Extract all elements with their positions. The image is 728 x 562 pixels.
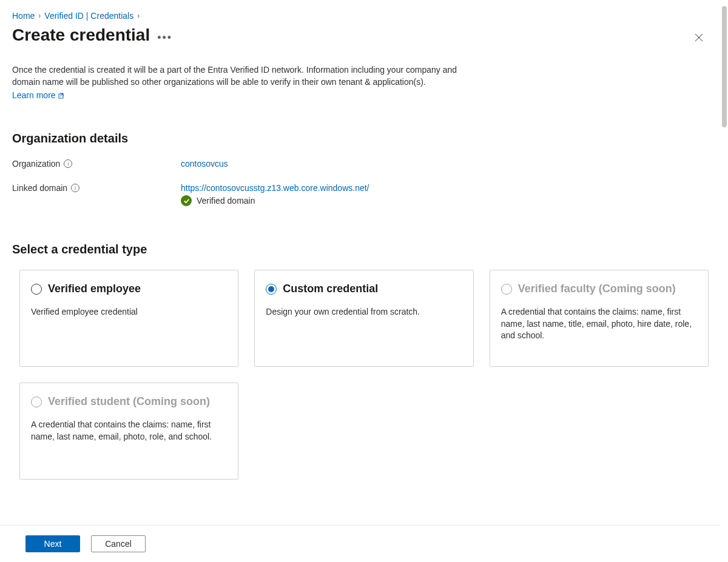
- credential-cards: Verified employee Verified employee cred…: [19, 270, 709, 480]
- external-link-icon: [58, 92, 66, 99]
- radio-verified-employee[interactable]: [31, 284, 42, 295]
- org-value: contosovcus: [181, 159, 716, 169]
- organization-link[interactable]: contosovcus: [181, 159, 228, 169]
- card-desc: A credential that contains the claims: n…: [501, 306, 697, 342]
- domain-label-text: Linked domain: [12, 183, 67, 193]
- org-label-text: Organization: [12, 159, 60, 169]
- close-button[interactable]: [692, 30, 706, 45]
- radio-verified-student: [31, 396, 42, 407]
- breadcrumb-home[interactable]: Home: [12, 11, 35, 21]
- chevron-right-icon: ›: [137, 12, 140, 20]
- card-desc: Verified employee credential: [31, 306, 227, 318]
- card-desc: A credential that contains the claims: n…: [31, 419, 227, 443]
- org-row-domain: Linked domain i https://contosovcusstg.z…: [12, 183, 716, 206]
- card-title: Verified employee: [48, 283, 141, 295]
- check-circle-icon: [181, 195, 192, 206]
- verified-status: Verified domain: [181, 195, 716, 206]
- radio-custom-credential[interactable]: [266, 284, 277, 295]
- radio-verified-faculty: [501, 284, 512, 295]
- card-verified-faculty: Verified faculty (Coming soon) A credent…: [490, 270, 709, 367]
- learn-more-label: Learn more: [12, 90, 56, 100]
- card-verified-employee[interactable]: Verified employee Verified employee cred…: [19, 270, 238, 367]
- select-credential-heading: Select a credential type: [12, 243, 716, 256]
- card-verified-student: Verified student (Coming soon) A credent…: [19, 383, 238, 480]
- breadcrumb-verified-id[interactable]: Verified ID | Credentials: [44, 11, 133, 21]
- info-icon[interactable]: i: [64, 159, 72, 168]
- chevron-right-icon: ›: [38, 12, 41, 20]
- verified-text: Verified domain: [197, 196, 255, 206]
- card-title: Verified faculty (Coming soon): [518, 283, 676, 295]
- card-title: Verified student (Coming soon): [48, 395, 210, 408]
- close-icon: [694, 33, 704, 42]
- title-row: Create credential •••: [12, 25, 716, 45]
- org-row-organization: Organization i contosovcus: [12, 159, 716, 169]
- org-label: Organization i: [12, 159, 181, 169]
- scrollbar-thumb[interactable]: [722, 6, 727, 127]
- page-title: Create credential: [12, 25, 150, 45]
- domain-label: Linked domain i: [12, 183, 181, 193]
- card-desc: Design your own credential from scratch.: [266, 306, 462, 318]
- breadcrumb: Home › Verified ID | Credentials ›: [12, 11, 716, 21]
- linked-domain-link[interactable]: https://contosovcusstg.z13.web.core.wind…: [181, 183, 369, 193]
- org-details-heading: Organization details: [12, 132, 716, 146]
- page-description: Once the credential is created it will b…: [12, 64, 485, 88]
- svg-rect-2: [59, 94, 63, 98]
- card-title: Custom credential: [283, 283, 378, 295]
- info-icon[interactable]: i: [71, 184, 79, 192]
- domain-value: https://contosovcusstg.z13.web.core.wind…: [181, 183, 716, 206]
- learn-more-link[interactable]: Learn more: [12, 90, 66, 100]
- more-icon[interactable]: •••: [157, 27, 172, 44]
- card-custom-credential[interactable]: Custom credential Design your own creden…: [254, 270, 473, 367]
